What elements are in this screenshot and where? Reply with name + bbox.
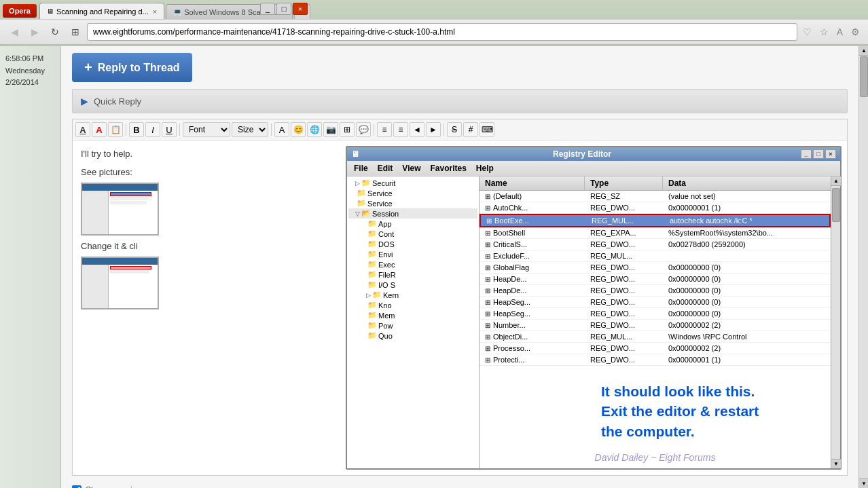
bookmark-icon[interactable]: ♡: [800, 26, 814, 37]
tree-item-service2[interactable]: 📁Service: [348, 198, 477, 208]
table-row[interactable]: ⊞Protecti... REG_DWO... 0x00000001 (1): [480, 354, 831, 366]
annotation-line3: the computer.: [601, 421, 825, 441]
text-color-button[interactable]: A: [92, 122, 107, 137]
tree-item-mem[interactable]: 📁Mem: [348, 310, 477, 320]
tree-item-dos[interactable]: 📁DOS: [348, 239, 477, 249]
back-button[interactable]: ◀: [5, 23, 23, 41]
registry-menu-view[interactable]: View: [398, 162, 424, 174]
quick-reply-label: Quick Reply: [94, 96, 141, 107]
scrollbar-up-button[interactable]: ▲: [859, 46, 868, 56]
col-type: Type: [585, 176, 663, 190]
bold-button[interactable]: B: [129, 122, 144, 137]
table-row[interactable]: ⊞(Default) REG_SZ (value not set): [480, 191, 831, 202]
scroll-thumb[interactable]: [832, 188, 840, 222]
text-format-button[interactable]: A: [75, 122, 90, 137]
tree-item-quo[interactable]: 📁Quo: [348, 331, 477, 341]
registry-menu-edit[interactable]: Edit: [374, 162, 397, 174]
tree-item-kern[interactable]: ▷📁Kern: [348, 290, 477, 300]
bookmark-star-icon[interactable]: ☆: [817, 26, 831, 37]
paste-button[interactable]: 📋: [108, 122, 123, 137]
table-row[interactable]: ⊞CriticalS... REG_DWO... 0x00278d00 (259…: [480, 239, 831, 250]
signature-label: Show your signa: [86, 485, 146, 488]
refresh-button[interactable]: ↻: [46, 23, 64, 41]
registry-scrollbar[interactable]: ▲ ▼: [831, 176, 840, 468]
table-row[interactable]: ⊞Number... REG_DWO... 0x00000002 (2): [480, 320, 831, 331]
settings-icon[interactable]: ⚙: [848, 26, 863, 37]
tab-active-close[interactable]: ×: [153, 7, 157, 16]
indent-increase-button[interactable]: ►: [426, 122, 441, 137]
underline-button[interactable]: U: [162, 122, 177, 137]
forward-button[interactable]: ▶: [26, 23, 43, 41]
registry-menu-help[interactable]: Help: [472, 162, 498, 174]
italic-button[interactable]: I: [145, 122, 160, 137]
reply-to-thread-button[interactable]: + Reply to Thread: [72, 53, 192, 82]
thumbnail-1[interactable]: [81, 183, 159, 236]
tree-item-session[interactable]: ▽📂Session: [348, 208, 477, 219]
tree-item-app[interactable]: 📁App: [348, 219, 477, 229]
registry-menu-file[interactable]: File: [350, 162, 372, 174]
date-display: 2/26/2014: [5, 77, 55, 89]
table-button[interactable]: ⊞: [340, 122, 355, 137]
reg-close-button[interactable]: ×: [825, 149, 836, 159]
tree-item-io[interactable]: 📁I/O S: [348, 280, 477, 290]
table-row[interactable]: ⊞HeapDe... REG_DWO... 0x00000000 (0): [480, 274, 831, 285]
font-selector[interactable]: Font: [183, 122, 230, 137]
table-row[interactable]: ⊞ObjectDi... REG_MUL... \Windows \RPC Co…: [480, 331, 831, 343]
list-unordered-button[interactable]: ≡: [393, 122, 408, 137]
registry-menu-favorites[interactable]: Favorites: [426, 162, 470, 174]
win-minimize[interactable]: _: [260, 3, 275, 15]
table-row-highlighted[interactable]: ⊞BootExe... REG_MUL... autocheck autochk…: [480, 214, 831, 227]
table-row[interactable]: ⊞HeapDe... REG_DWO... 0x00000000 (0): [480, 285, 831, 297]
image-button[interactable]: 📷: [323, 122, 338, 137]
registry-icon: 🖥: [351, 149, 359, 159]
change-text: Change it & cli: [81, 241, 332, 251]
size-selector[interactable]: Size: [232, 122, 268, 137]
emoji-button[interactable]: 😊: [291, 122, 306, 137]
scrollbar-down-button[interactable]: ▼: [859, 478, 868, 488]
scroll-down-button[interactable]: ▼: [831, 459, 841, 468]
refresh-icon: ↻: [51, 26, 59, 37]
list-ordered-button[interactable]: ≡: [377, 122, 392, 137]
indent-decrease-button[interactable]: ◄: [410, 122, 424, 137]
translate-icon[interactable]: A: [834, 26, 846, 37]
scroll-up-button[interactable]: ▲: [831, 176, 841, 186]
tree-item-service1[interactable]: 📁Service: [348, 188, 477, 198]
table-row[interactable]: ⊞AutoChk... REG_DWO... 0x00000001 (1): [480, 202, 831, 214]
home-button[interactable]: ⊞: [67, 23, 84, 41]
table-row[interactable]: ⊞Processo... REG_DWO... 0x00000002 (2): [480, 343, 831, 354]
tree-item-cont[interactable]: 📁Cont: [348, 229, 477, 239]
link-button[interactable]: 🌐: [307, 122, 322, 137]
quote-button[interactable]: 💬: [356, 122, 371, 137]
table-row[interactable]: ⊞ExcludeF... REG_MUL...: [480, 250, 831, 262]
tree-item-pow[interactable]: 📁Pow: [348, 320, 477, 331]
col-name: Name: [480, 176, 585, 190]
table-row[interactable]: ⊞HeapSeg... REG_DWO... 0x00000000 (0): [480, 308, 831, 320]
tree-item-envi[interactable]: 📁Envi: [348, 249, 477, 259]
tree-item-securit[interactable]: ▷📁Securit: [348, 178, 477, 188]
win-close[interactable]: ×: [293, 3, 308, 15]
address-bar[interactable]: [87, 23, 797, 41]
quick-reply-bar[interactable]: ▶ Quick Reply: [72, 89, 848, 113]
code-button[interactable]: ⌨: [480, 122, 494, 137]
browser-scrollbar[interactable]: ▲ ▼: [858, 46, 868, 488]
reg-minimize-button[interactable]: _: [801, 149, 812, 159]
opera-logo[interactable]: Opera: [3, 4, 37, 18]
time-display: 6:58:06 PM: [5, 53, 55, 65]
text-color-picker[interactable]: A: [274, 122, 289, 137]
reg-restore-button[interactable]: □: [813, 149, 824, 159]
table-row[interactable]: ⊞BootShell REG_EXPA... %SystemRoot%\syst…: [480, 227, 831, 239]
tree-item-filer[interactable]: 📁FileR: [348, 269, 477, 280]
tab-inactive-favicon: 💻: [173, 8, 181, 16]
table-row[interactable]: ⊞GlobalFlag REG_DWO... 0x00000000 (0): [480, 262, 831, 274]
hash-button[interactable]: #: [463, 122, 478, 137]
tree-item-kno[interactable]: 📁Kno: [348, 300, 477, 310]
win-maximize[interactable]: □: [276, 3, 291, 15]
strikethrough-button[interactable]: S: [447, 122, 462, 137]
scrollbar-thumb[interactable]: [860, 56, 868, 97]
signature-checkbox[interactable]: [72, 485, 82, 488]
tab-active[interactable]: 🖥 Scanning and Repairing d... ×: [39, 3, 164, 19]
registry-body: ▷📁Securit 📁Service 📁Service ▽📂Session: [347, 176, 840, 468]
table-row[interactable]: ⊞HeapSeg... REG_DWO... 0x00000000 (0): [480, 297, 831, 308]
tree-item-exec[interactable]: 📁Exec: [348, 259, 477, 269]
thumbnail-2[interactable]: [81, 257, 159, 309]
